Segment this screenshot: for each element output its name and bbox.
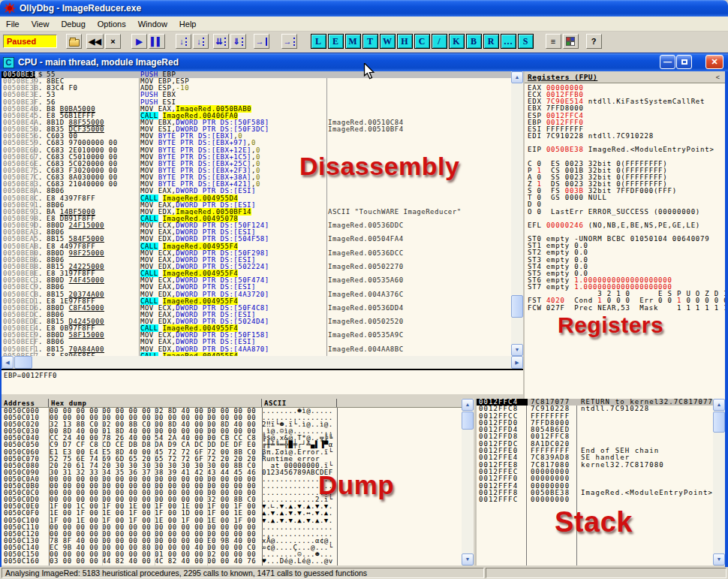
- view-cpu-icon: C: [419, 36, 426, 47]
- view-callstack-button[interactable]: K: [449, 34, 465, 49]
- view-threads-button[interactable]: T: [362, 34, 378, 49]
- execute-till-return-button[interactable]: →: [254, 34, 269, 49]
- menu-item-window[interactable]: Window: [132, 18, 173, 30]
- open-file-button[interactable]: [66, 34, 82, 49]
- dump-col-hex[interactable]: Hex dump: [49, 399, 262, 407]
- scroll-left-icon[interactable]: ◀: [2, 356, 14, 369]
- restart-icon: ◀◀: [89, 37, 101, 47]
- register-line[interactable]: O 0 LastErr ERROR_SUCCESS (00000000): [525, 209, 725, 216]
- stack-vscrollbar[interactable]: ▲ ▼: [713, 399, 725, 565]
- scroll-up-icon[interactable]: ▲: [462, 399, 474, 411]
- disasm-comment: ImageRed.00536DCC: [328, 250, 511, 257]
- scroll-up-icon[interactable]: ▲: [713, 399, 725, 411]
- menu-item-debug[interactable]: Debug: [55, 18, 91, 30]
- collapse-button[interactable]: <: [714, 74, 722, 81]
- stack-row[interactable]: 0012FFFC00000000: [477, 496, 725, 503]
- help-button[interactable]: ?: [586, 34, 602, 49]
- disasm-row[interactable]: 0050BE83.C683 21040000 00MOV BYTE PTR DS…: [2, 181, 511, 188]
- disasm-row[interactable]: 0050BE8C.E8 4397F8FFCALL ImageRed.004955…: [2, 195, 511, 202]
- disasm-row[interactable]: 0050BE38$55PUSH EBP: [2, 71, 511, 78]
- info-line[interactable]: EBP=0012FFF0: [2, 370, 523, 379]
- close-button[interactable]: ✕: [705, 55, 723, 69]
- dump-body: 0050C00000 00 00 0000 00 00 0002 8D 40 0…: [2, 408, 474, 565]
- view-references-button[interactable]: R: [483, 34, 499, 49]
- view-handles-button[interactable]: H: [397, 34, 413, 49]
- disasm-row[interactable]: 0050BE9D.8B0D 24F15000MOV ECX,DWORD PTR …: [2, 222, 511, 229]
- scroll-right-icon[interactable]: ▶: [511, 356, 523, 369]
- view-log-button[interactable]: L: [311, 34, 326, 49]
- disasm-row[interactable]: 0050BE50.8B35 DCF35000MOV ESI,DWORD PTR …: [2, 126, 511, 133]
- register-line[interactable]: FCW 027F Prec NEAR,53 Mask 1 1 1 1 1 1: [525, 305, 725, 312]
- stack-comment: ImageRed.<ModuleEntryPoint>: [577, 490, 725, 496]
- step-into-icon: ↓: [179, 37, 184, 46]
- dump-col-address[interactable]: Address: [2, 399, 49, 407]
- scroll-up-icon[interactable]: ▲: [511, 71, 523, 83]
- stack-vscroll-thumb[interactable]: [713, 412, 725, 433]
- dots-icon: [203, 38, 204, 46]
- stack-pane: 0012FFC47C817077RETURN to kernel32.7C817…: [475, 399, 725, 565]
- dump-row[interactable]: 0050C16003 00 00 0044 82 40 004C 82 40 0…: [2, 558, 474, 565]
- dump-vscrollbar[interactable]: ▲ ▼: [462, 399, 474, 565]
- step-into-button[interactable]: ↓: [176, 34, 191, 49]
- view-list-button[interactable]: ≡: [546, 34, 561, 49]
- disasm-hscrollbar[interactable]: ◀ ▶: [2, 356, 523, 369]
- disasm-row[interactable]: 0050BE3B.83C4 F0ADD ESP,-10: [2, 85, 511, 92]
- minimize-button[interactable]: —: [660, 55, 675, 69]
- view-patches-button[interactable]: /: [432, 34, 447, 49]
- menu-item-view[interactable]: View: [26, 18, 56, 30]
- view-breakpoints-button[interactable]: B: [466, 34, 482, 49]
- dump-address: 0050C160: [2, 558, 50, 565]
- step-over-button[interactable]: ↓: [193, 34, 209, 49]
- pause-button[interactable]: ▌▌: [149, 34, 165, 49]
- menu-item-file[interactable]: File: [0, 18, 26, 30]
- run-button[interactable]: ▶: [131, 34, 147, 49]
- restore-button[interactable]: [676, 55, 692, 69]
- main-titlebar[interactable]: OllyDbg - ImageReducer.exe: [0, 0, 728, 17]
- view-memory-button[interactable]: M: [345, 34, 361, 49]
- disasm-row[interactable]: 0050BE39.8BECMOV EBP,ESP: [2, 78, 511, 85]
- register-line[interactable]: EDI 7C910228 ntdll.7C910228: [525, 133, 725, 140]
- animate-over-button[interactable]: ⇓: [230, 34, 246, 49]
- view-cpu-button[interactable]: C: [414, 34, 430, 49]
- disasm-row[interactable]: 0050BEE9.8B0D 58F15000MOV ECX,DWORD PTR …: [2, 332, 511, 339]
- disasm-row[interactable]: 0050BE3E.53PUSH EBX: [2, 92, 511, 98]
- view-windows-button[interactable]: W: [380, 34, 396, 49]
- disasm-hscroll-thumb[interactable]: [14, 356, 32, 369]
- scroll-down-icon[interactable]: ▼: [713, 553, 725, 565]
- disasm-row[interactable]: 0050BED6.8B0D C8F45000MOV ECX,DWORD PTR …: [2, 305, 511, 312]
- colors-icon: [566, 37, 575, 46]
- register-line[interactable]: EIP 0050BE38 ImageRed.<ModuleEntryPoint>: [525, 146, 725, 153]
- view-runtrace-button[interactable]: …: [501, 34, 516, 49]
- disasm-comment: [328, 195, 511, 202]
- annotation-dump: Dump: [318, 470, 394, 500]
- disasm-comment: [328, 140, 511, 146]
- scroll-down-icon[interactable]: ▼: [462, 553, 474, 565]
- disasm-vscrollbar[interactable]: ▲ ▼: [511, 71, 523, 356]
- disasm-vscroll-thumb[interactable]: [511, 295, 523, 318]
- scroll-down-icon[interactable]: ▼: [511, 344, 523, 356]
- dump-vscroll-thumb[interactable]: [462, 412, 474, 430]
- animate-into-button[interactable]: ⇊: [213, 34, 229, 49]
- view-source-button[interactable]: S: [518, 34, 534, 49]
- olly-dbg-window: OllyDbg - ImageReducer.exe FileViewDebug…: [0, 0, 728, 579]
- register-line[interactable]: EFL 00000246 (NO,NB,E,BE,NS,PE,GE,LE): [525, 222, 725, 229]
- animate-into-icon: ⇊: [215, 37, 222, 47]
- menu-item-help[interactable]: Help: [173, 18, 203, 30]
- close-program-button[interactable]: ×: [105, 34, 121, 49]
- column-divider: [155, 408, 155, 565]
- disasm-comment: ImageRed.00510BF4: [328, 126, 511, 133]
- disasm-row[interactable]: 0050BEC3.8B0D 74F45000MOV ECX,DWORD PTR …: [2, 277, 511, 284]
- restart-button[interactable]: ◀◀: [86, 34, 104, 49]
- register-line[interactable]: T 0 GS 0000 NULL: [525, 195, 725, 201]
- appearance-button[interactable]: [563, 34, 579, 49]
- view-executables-button[interactable]: E: [328, 34, 344, 49]
- dump-col-ascii[interactable]: ASCII: [262, 399, 337, 407]
- view-list-icon: ≡: [551, 37, 555, 46]
- go-to-address-button[interactable]: →: [281, 34, 297, 49]
- menu-item-options[interactable]: Options: [92, 18, 132, 30]
- registers-body: EAX 00000000ECX 0012FFB0EDX 7C90E514 ntd…: [525, 83, 725, 312]
- disasm-row[interactable]: 0050BEB0.8B0D 98F25000MOV ECX,DWORD PTR …: [2, 250, 511, 257]
- disasm-comment: [328, 133, 511, 140]
- view-patches-icon: /: [438, 36, 440, 47]
- stack-comment: [577, 413, 725, 420]
